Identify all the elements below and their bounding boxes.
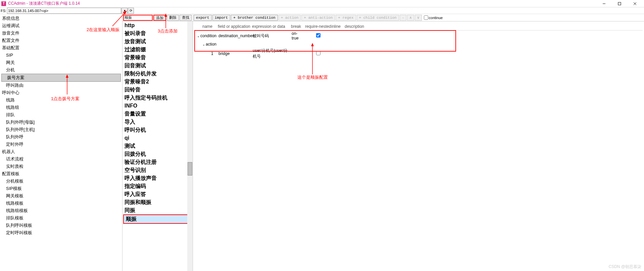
tree-item-4[interactable]: 基础配置 [0, 44, 122, 52]
dialplan-item-12[interactable]: 导入 [122, 118, 193, 126]
tree-item-6[interactable]: 网关 [0, 59, 122, 66]
tree-item-29[interactable]: 定时呼叫模板 [0, 229, 122, 236]
fs-refresh-icon[interactable]: ⟳ [128, 8, 134, 14]
tree-item-13[interactable]: 排队 [0, 111, 122, 119]
grid-row-0[interactable]: ⌄conditiondestination_number被叫号码on-true [194, 30, 643, 41]
dialplan-item-17[interactable]: 验证分机注册 [122, 158, 193, 166]
dialplan-item-0[interactable]: http [122, 21, 193, 29]
fs-select[interactable] [7, 8, 121, 14]
dialplan-item-23[interactable]: 同振 [122, 206, 193, 214]
move-up-button[interactable]: ∧ [407, 15, 414, 21]
scrollbar-track[interactable] [187, 21, 193, 271]
tree-item-23[interactable]: SIP模板 [0, 185, 122, 192]
tree-item-26[interactable]: 线路组模板 [0, 207, 122, 214]
dialplan-item-7[interactable]: 背景噪音2 [122, 78, 193, 86]
dialplan-list: http被叫录音放音测试过滤前缀背景噪音回音测试限制分机并发背景噪音2回铃音呼入… [122, 21, 193, 271]
dialplan-item-14[interactable]: qi [122, 134, 193, 142]
tree-item-24[interactable]: 网关模板 [0, 192, 122, 200]
find-button[interactable]: 查找 [180, 15, 192, 21]
dialplan-item-15[interactable]: 测试 [122, 142, 193, 150]
dialplan-item-20[interactable]: 指定编码 [122, 182, 193, 190]
right-toolbar: export import + brother condition + acti… [193, 14, 644, 21]
maximize-button[interactable] [612, 0, 627, 7]
tree-item-27[interactable]: 排队模板 [0, 214, 122, 222]
scrollbar-thumb[interactable] [188, 162, 192, 176]
title-bar: T CCAdmin - 顶顶通CTI接口客户端 1.0.14 [0, 0, 644, 7]
watermark: CSDN @朝思慕柒 [608, 264, 641, 270]
tree-item-12[interactable]: 线路组 [0, 104, 122, 111]
dialplan-item-8[interactable]: 回铃音 [122, 86, 193, 94]
anti-action-button[interactable]: + anti-action [301, 15, 335, 21]
tree-item-20[interactable]: 实时质检 [0, 163, 122, 170]
col-field: field or application [218, 24, 252, 29]
dialplan-item-5[interactable]: 回音测试 [122, 62, 193, 70]
dialplan-item-18[interactable]: 空号识别 [122, 166, 193, 174]
col-desc: description [345, 24, 371, 29]
close-button[interactable] [627, 0, 643, 7]
move-down-button[interactable]: ∨ [415, 15, 422, 21]
mid-toolbar: 添加 删除 查找 [122, 14, 193, 21]
tree-item-28[interactable]: 队列呼叫模板 [0, 222, 122, 229]
tree-item-3[interactable]: 配置文件 [0, 37, 122, 44]
tree-item-10[interactable]: 呼叫中心 [0, 89, 122, 96]
row-checkbox[interactable] [316, 33, 320, 38]
dialplan-item-3[interactable]: 过滤前缀 [122, 46, 193, 54]
condition-panel: export import + brother condition + acti… [193, 14, 644, 271]
dialplan-item-9[interactable]: 呼入指定号码挂机 [122, 94, 193, 102]
tree-item-7[interactable]: 分机 [0, 66, 122, 74]
dialplan-item-19[interactable]: 呼入播放声音 [122, 174, 193, 182]
brother-condition-button[interactable]: + brother condition [231, 15, 278, 21]
delete-button[interactable]: 删除 [167, 15, 179, 21]
col-break: break [291, 24, 305, 29]
tree-item-14[interactable]: 队列外呼[母版] [0, 119, 122, 126]
condition-grid: name field or application expression or … [193, 21, 644, 271]
tree-item-8[interactable]: 拨号方案 [1, 74, 121, 82]
fs-dropdown-icon[interactable]: ▾ [121, 8, 128, 14]
tree-item-1[interactable]: 运维调试 [0, 22, 122, 29]
add-button[interactable]: 添加 [153, 15, 166, 21]
dialplan-item-1[interactable]: 被叫录音 [122, 29, 193, 38]
continue-checkbox[interactable] [424, 15, 428, 20]
dialplan-item-22[interactable]: 同振和顺振 [122, 198, 193, 206]
tree-item-15[interactable]: 队列外呼[主机] [0, 126, 122, 133]
chevron-down-icon[interactable]: ⌄ [202, 43, 206, 46]
tree-item-0[interactable]: 系统信息 [0, 15, 122, 22]
col-req: require-nested [305, 24, 331, 29]
app-icon: T [1, 1, 6, 6]
dialplan-item-24[interactable]: 顺振 [123, 214, 192, 224]
action-button[interactable]: + action [279, 15, 301, 21]
regex-button[interactable]: + regex [336, 15, 356, 21]
dialplan-item-16[interactable]: 回拨分机 [122, 150, 193, 158]
dialplan-item-4[interactable]: 背景噪音 [122, 54, 193, 62]
tree-item-21[interactable]: 配置模板 [0, 170, 122, 178]
dialplan-item-6[interactable]: 限制分机并发 [122, 70, 193, 78]
tree-item-19[interactable]: 话术流程 [0, 155, 122, 163]
row-checkbox[interactable] [316, 51, 320, 55]
child-condition-button[interactable]: + child condition [357, 15, 399, 21]
name-input[interactable] [123, 15, 153, 21]
tree-item-9[interactable]: 呼叫路由 [0, 82, 122, 89]
dialplan-item-21[interactable]: 呼入应答 [122, 190, 193, 198]
tree-item-25[interactable]: 线路模板 [0, 200, 122, 207]
tree-item-2[interactable]: 放音文件 [0, 29, 122, 37]
tree-item-16[interactable]: 队列外呼 [0, 133, 122, 141]
dialplan-item-10[interactable]: INFO [122, 102, 193, 110]
import-button[interactable]: import [212, 15, 231, 21]
tree-item-18[interactable]: 机器人 [0, 148, 122, 155]
dialplan-item-11[interactable]: 音量设置 [122, 110, 193, 118]
dialplan-item-13[interactable]: 呼叫分机 [122, 126, 193, 134]
grid-row-1[interactable]: ⌄action [194, 41, 643, 47]
tree-item-22[interactable]: 分机模板 [0, 178, 122, 185]
tree-item-5[interactable]: SIP [0, 52, 122, 59]
minimize-button[interactable] [596, 0, 612, 7]
tree-item-17[interactable]: 定时外呼 [0, 141, 122, 148]
export-button[interactable]: export [194, 15, 212, 21]
chevron-down-icon[interactable]: ⌄ [196, 34, 200, 38]
remove-button[interactable]: - [400, 15, 407, 21]
grid-row-2[interactable]: 1bridgeuser/分机号|user/分机号 [194, 47, 643, 60]
tree-item-11[interactable]: 线路 [0, 96, 122, 104]
col-name: name [194, 24, 218, 29]
svg-rect-1 [618, 2, 621, 5]
dialplan-item-2[interactable]: 放音测试 [122, 38, 193, 46]
fs-bar: FS: ▾ ⟳ [0, 7, 644, 14]
